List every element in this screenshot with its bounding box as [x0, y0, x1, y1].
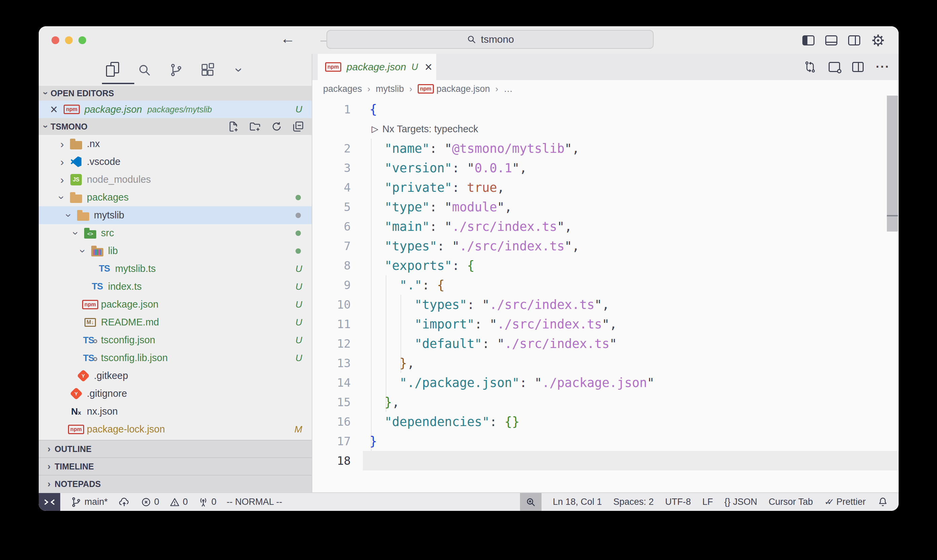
- cursor-position[interactable]: Ln 18, Col 1: [553, 493, 602, 511]
- section-notepads[interactable]: › NOTEPADS: [39, 475, 312, 492]
- tree-item-index-ts[interactable]: TSindex.tsU: [39, 278, 312, 295]
- code-line-9[interactable]: 9 ".": {: [312, 275, 899, 295]
- eol[interactable]: LF: [702, 493, 713, 511]
- code-line-8[interactable]: 8 "exports": {: [312, 256, 899, 275]
- source-control-icon[interactable]: [168, 62, 184, 78]
- code-line-15[interactable]: 15 },: [312, 392, 899, 412]
- screenshot-stage: ← → tsmono: [0, 0, 937, 560]
- tree-item-package-lock-json[interactable]: npmpackage-lock.jsonM: [39, 420, 312, 438]
- toggle-primary-sidebar-icon[interactable]: [802, 35, 814, 45]
- new-file-icon[interactable]: [228, 120, 240, 132]
- code-line-10[interactable]: 10 "types": "./src/index.ts",: [312, 295, 899, 314]
- breadcrumb-item[interactable]: npmpackage.json: [418, 80, 490, 98]
- tree-item--gitignore[interactable]: Y.gitignore: [39, 385, 312, 403]
- breadcrumb-item[interactable]: mytslib: [375, 80, 404, 98]
- code-line-13[interactable]: 13 },: [312, 353, 899, 373]
- close-icon[interactable]: ×: [50, 103, 58, 116]
- code-line-4[interactable]: 4 "private": true,: [312, 178, 899, 197]
- back-arrow-icon[interactable]: ←: [280, 30, 295, 47]
- toggle-panel-icon[interactable]: [825, 35, 837, 45]
- tree-item-packages[interactable]: ›packages: [39, 188, 312, 206]
- encoding[interactable]: UTF-8: [665, 493, 691, 511]
- remote-indicator[interactable]: [39, 493, 60, 511]
- close-icon[interactable]: ×: [425, 61, 432, 73]
- close-window-button[interactable]: [51, 36, 59, 44]
- cursor-position-label: Ln 18, Col 1: [553, 497, 602, 507]
- tree-item-mytslib-ts[interactable]: TSmytslib.tsU: [39, 260, 312, 278]
- code-line-6[interactable]: 6 "main": "./src/index.ts",: [312, 217, 899, 236]
- search-icon[interactable]: [136, 62, 152, 78]
- tree-item-node-modules[interactable]: ›JSnode_modules: [39, 171, 312, 188]
- cursor-tab[interactable]: Cursor Tab: [769, 493, 813, 511]
- more-actions-icon[interactable]: ···: [876, 60, 890, 74]
- code-line-14[interactable]: 14 "./package.json": "./package.json": [312, 373, 899, 392]
- code-line-11[interactable]: 11 "import": "./src/index.ts",: [312, 314, 899, 334]
- zoom-indicator[interactable]: [520, 493, 542, 511]
- language-mode[interactable]: {} JSON: [724, 493, 757, 511]
- tree-item-package-json[interactable]: npmpackage.jsonU: [39, 295, 312, 313]
- tree-item--gitkeep[interactable]: Y.gitkeep: [39, 367, 312, 385]
- code-line-18[interactable]: 18: [312, 451, 899, 471]
- ts-icon: TS: [99, 263, 110, 274]
- tree-item--vscode[interactable]: ›.vscode: [39, 153, 312, 171]
- open-editor-entry[interactable]: × npm package.json packages/mytslib U: [39, 101, 312, 118]
- section-outline[interactable]: › OUTLINE: [39, 440, 312, 457]
- refresh-icon[interactable]: [271, 120, 283, 132]
- code-line-2[interactable]: 2 "name": "@tsmono/mytslib",: [312, 138, 899, 158]
- code-line-3[interactable]: 3 "version": "0.0.1",: [312, 158, 899, 178]
- scrollbar[interactable]: [887, 95, 898, 232]
- vim-mode[interactable]: -- NORMAL --: [226, 493, 282, 511]
- tree-item--nx[interactable]: ›.nx: [39, 135, 312, 153]
- errors[interactable]: 0: [141, 493, 159, 511]
- code-line-5[interactable]: 5 "type": "module",: [312, 197, 899, 217]
- git-branch[interactable]: main*: [70, 493, 108, 511]
- tab-package-json[interactable]: npm package.json U ×: [318, 54, 436, 80]
- tree-item-mytslib[interactable]: ›mytslib: [39, 206, 312, 224]
- notifications[interactable]: [877, 493, 889, 511]
- vim-mode-label: -- NORMAL --: [226, 497, 282, 507]
- code-line-17[interactable]: 17}: [312, 431, 899, 451]
- command-center-search[interactable]: tsmono: [326, 30, 654, 49]
- tree-item-src[interactable]: ›src: [39, 224, 312, 242]
- vscode-window: ← → tsmono: [39, 26, 899, 511]
- codelens[interactable]: ▷Nx Targets: typecheck: [312, 119, 899, 138]
- formatter[interactable]: ✓✓Prettier: [824, 493, 866, 511]
- ports[interactable]: 0: [198, 493, 216, 511]
- open-editor-path: packages/mytslib: [148, 105, 212, 114]
- tree-item-label: .vscode: [87, 156, 120, 167]
- tree-item-tsconfig-json[interactable]: TStsconfig.jsonU: [39, 331, 312, 349]
- warnings[interactable]: 0: [169, 493, 188, 511]
- new-folder-icon[interactable]: [249, 120, 261, 132]
- zoom-window-button[interactable]: [78, 36, 86, 44]
- sidebar-bottom-sections: › OUTLINE › TIMELINE › NOTEPADS: [39, 440, 312, 492]
- explorer-icon[interactable]: [106, 62, 121, 78]
- tree-item-nx-json[interactable]: Nxnx.json: [39, 403, 312, 420]
- compare-changes-icon[interactable]: [804, 61, 817, 73]
- code-line-7[interactable]: 7 "types": "./src/index.ts",: [312, 236, 899, 256]
- code-line-12[interactable]: 12 "default": "./src/index.ts": [312, 334, 899, 353]
- breadcrumb-item[interactable]: …: [504, 80, 513, 98]
- tree-item-readme-md[interactable]: M↓README.mdU: [39, 313, 312, 331]
- tree-item-lib[interactable]: ›lib: [39, 242, 312, 260]
- extensions-icon[interactable]: [200, 62, 216, 78]
- split-editor-icon[interactable]: [852, 62, 864, 72]
- code-area[interactable]: 1{▷Nx Targets: typecheck2 "name": "@tsmo…: [312, 98, 899, 492]
- publish-changes[interactable]: [118, 493, 131, 511]
- tree-item-tsconfig-lib-json[interactable]: TStsconfig.lib.jsonU: [39, 349, 312, 367]
- chevron-down-icon: ›: [77, 246, 90, 257]
- breadcrumb-item[interactable]: packages: [323, 80, 362, 98]
- code-line-1[interactable]: 1{: [312, 100, 899, 119]
- open-editors-header[interactable]: › OPEN EDITORS: [39, 86, 312, 101]
- minimize-window-button[interactable]: [65, 36, 73, 44]
- chevron-down-icon[interactable]: ›: [231, 62, 248, 78]
- line-number: 9: [312, 278, 363, 292]
- section-timeline[interactable]: › TIMELINE: [39, 457, 312, 475]
- settings-gear-icon[interactable]: [871, 33, 885, 48]
- workspace-title: TSMONO: [51, 122, 88, 132]
- toggle-secondary-sidebar-icon[interactable]: [848, 35, 860, 45]
- open-preview-icon[interactable]: [829, 62, 840, 72]
- explorer-section-header[interactable]: › TSMONO: [39, 118, 312, 135]
- indentation[interactable]: Spaces: 2: [613, 493, 654, 511]
- code-line-16[interactable]: 16 "dependencies": {}: [312, 412, 899, 431]
- collapse-all-icon[interactable]: [292, 120, 304, 132]
